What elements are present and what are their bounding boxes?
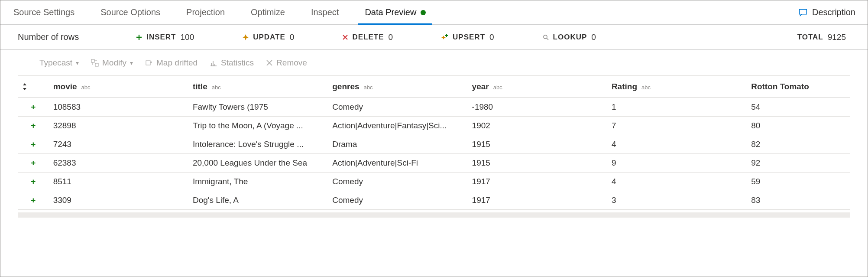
table-toolbar: Typecast ▾ Modify ▾ Map drifted Statisti… <box>18 50 850 76</box>
col-movie[interactable]: movieabc <box>49 76 188 98</box>
sparkle-plus-icon <box>441 34 448 41</box>
col-label: title <box>193 82 207 91</box>
stat-label: LOOKUP <box>553 33 587 42</box>
cell-rt: 82 <box>747 135 850 154</box>
cell-year: 1915 <box>468 154 607 173</box>
col-label: year <box>472 82 489 91</box>
insert-marker-icon: + <box>18 98 49 117</box>
table-row[interactable]: +108583Fawlty Towers (1975Comedy-1980154 <box>18 98 850 117</box>
tab-optimize[interactable]: Optimize <box>238 0 298 24</box>
stat-upsert: UPSERT 0 <box>441 33 494 42</box>
modify-button[interactable]: Modify ▾ <box>91 58 133 68</box>
svg-rect-1 <box>91 59 94 62</box>
stat-lookup: LOOKUP 0 <box>543 33 596 42</box>
cell-title: Intolerance: Love's Struggle ... <box>188 135 328 154</box>
table-row[interactable]: +8511Immigrant, TheComedy1917459 <box>18 173 850 191</box>
col-label: Rotton Tomato <box>751 82 809 91</box>
col-label: movie <box>53 82 77 91</box>
tab-projection[interactable]: Projection <box>173 0 238 24</box>
cell-movie: 108583 <box>49 98 188 117</box>
cell-movie: 3309 <box>49 191 188 210</box>
type-badge: abc <box>641 84 651 91</box>
cell-rating: 4 <box>607 135 747 154</box>
cell-genres: Drama <box>328 135 467 154</box>
tab-source-options[interactable]: Source Options <box>87 0 173 24</box>
cell-title: Immigrant, The <box>188 173 328 191</box>
cell-rt: 83 <box>747 191 850 210</box>
cell-year: 1917 <box>468 191 607 210</box>
cell-rating: 4 <box>607 173 747 191</box>
cell-movie: 8511 <box>49 173 188 191</box>
insert-marker-icon: + <box>18 191 49 210</box>
table-row[interactable]: +7243Intolerance: Love's Struggle ...Dra… <box>18 135 850 154</box>
tab-bar: Source Settings Source Options Projectio… <box>0 0 868 25</box>
insert-marker-icon: + <box>18 173 49 191</box>
button-label: Map drifted <box>156 58 198 68</box>
stat-label: UPDATE <box>253 33 285 42</box>
typecast-button[interactable]: Typecast ▾ <box>39 58 79 68</box>
col-label: genres <box>332 82 359 91</box>
table-row[interactable]: +32898Trip to the Moon, A (Voyage ...Act… <box>18 117 850 135</box>
x-icon <box>266 59 273 66</box>
col-year[interactable]: yearabc <box>468 76 607 98</box>
cell-year: 1917 <box>468 173 607 191</box>
status-ok-icon <box>421 10 426 15</box>
cell-rt: 59 <box>747 173 850 191</box>
type-badge: abc <box>364 84 373 91</box>
tab-label: Projection <box>186 7 225 17</box>
map-icon <box>145 59 153 67</box>
x-icon <box>343 35 348 40</box>
stat-insert: INSERT 100 <box>136 33 194 42</box>
tab-data-preview[interactable]: Data Preview <box>352 0 439 24</box>
tab-label: Source Options <box>100 7 160 17</box>
plus-icon <box>136 34 142 40</box>
stat-value: 100 <box>181 33 194 42</box>
horizontal-scrollbar[interactable] <box>18 212 850 218</box>
col-rating[interactable]: Ratingabc <box>607 76 747 98</box>
cell-year: 1902 <box>468 117 607 135</box>
map-drifted-button[interactable]: Map drifted <box>145 58 198 68</box>
stat-label: DELETE <box>352 33 384 42</box>
cell-genres: Action|Adventure|Fantasy|Sci... <box>328 117 467 135</box>
rows-label: Number of rows <box>18 32 79 42</box>
modify-icon <box>91 59 99 67</box>
cell-title: 20,000 Leagues Under the Sea <box>188 154 328 173</box>
cell-genres: Comedy <box>328 98 467 117</box>
data-table: movieabc titleabc genresabc yearabc Rati… <box>18 76 850 210</box>
cell-title: Trip to the Moon, A (Voyage ... <box>188 117 328 135</box>
stat-total: TOTAL 9125 <box>797 33 846 42</box>
col-label: Rating <box>612 82 637 91</box>
type-badge: abc <box>212 84 221 91</box>
tab-label: Data Preview <box>365 7 416 17</box>
col-rt[interactable]: Rotton Tomato <box>747 76 850 98</box>
cell-title: Dog's Life, A <box>188 191 328 210</box>
cell-rt: 54 <box>747 98 850 117</box>
description-button[interactable]: Description <box>798 7 863 17</box>
col-title[interactable]: titleabc <box>188 76 328 98</box>
cell-movie: 32898 <box>49 117 188 135</box>
row-stats-bar: Number of rows INSERT 100 UPDATE 0 DELET… <box>0 25 868 50</box>
table-row[interactable]: +3309Dog's Life, AComedy1917383 <box>18 191 850 210</box>
stat-value: 9125 <box>828 33 846 42</box>
col-genres[interactable]: genresabc <box>328 76 467 98</box>
comment-icon <box>798 8 808 17</box>
cell-rt: 80 <box>747 117 850 135</box>
chevron-down-icon: ▾ <box>130 59 133 66</box>
cell-rt: 92 <box>747 154 850 173</box>
remove-button[interactable]: Remove <box>266 58 307 68</box>
cell-rating: 3 <box>607 191 747 210</box>
sort-column[interactable] <box>18 76 49 98</box>
tab-source-settings[interactable]: Source Settings <box>0 0 87 24</box>
table-row[interactable]: +6238320,000 Leagues Under the SeaAction… <box>18 154 850 173</box>
type-badge: abc <box>81 84 91 91</box>
svg-rect-3 <box>146 61 150 65</box>
stat-label: INSERT <box>146 33 176 42</box>
tab-inspect[interactable]: Inspect <box>298 0 352 24</box>
stat-delete: DELETE 0 <box>343 33 393 42</box>
button-label: Remove <box>276 58 307 68</box>
insert-marker-icon: + <box>18 117 49 135</box>
sort-icon <box>22 83 45 90</box>
svg-point-0 <box>544 35 547 39</box>
tab-label: Inspect <box>311 7 339 17</box>
statistics-button[interactable]: Statistics <box>210 58 254 68</box>
